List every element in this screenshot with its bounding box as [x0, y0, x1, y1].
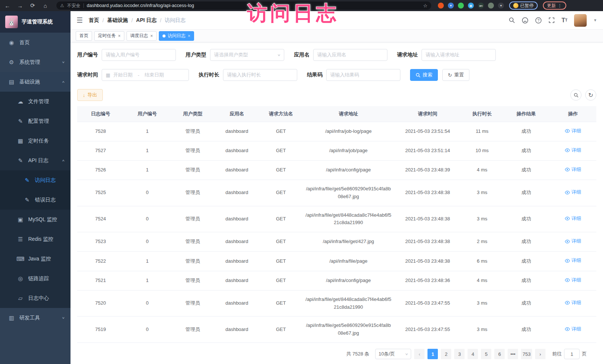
user-id-input[interactable]: 请输入用户编号	[102, 49, 176, 61]
sidebar-item-13[interactable]: ▱日志中心	[0, 288, 71, 308]
request-time-range-picker[interactable]: ▦ 开始日期 - 结束日期	[102, 69, 189, 81]
sidebar-item-2[interactable]: ▤基础设施∧	[0, 72, 71, 92]
extension-ubuntu-icon[interactable]	[438, 3, 444, 9]
sidebar-item-12[interactable]: ◎链路追踪	[0, 269, 71, 288]
page-button-3[interactable]: 3	[454, 349, 465, 359]
gear-icon: ⚙	[7, 59, 16, 66]
fullscreen-icon[interactable]	[548, 17, 555, 23]
request-url-input[interactable]: 请输入请求地址	[422, 49, 496, 61]
tab-close-icon[interactable]: ×	[118, 34, 121, 38]
detail-link[interactable]: 详细	[565, 276, 581, 284]
reload-icon[interactable]: ⟳	[29, 2, 36, 9]
column-header: 请求时间	[394, 106, 461, 122]
sidebar-item-4[interactable]: ✎配置管理	[0, 111, 71, 131]
logo-image: 🐰	[5, 16, 18, 28]
detail-link[interactable]: 详细	[565, 147, 581, 154]
log-center-icon: ▱	[16, 295, 24, 302]
tab-close-icon[interactable]: ×	[150, 34, 153, 38]
tab-定时任务[interactable]: 定时任务×	[94, 31, 124, 41]
cell-url: /api/infra/job-log/page	[303, 122, 394, 141]
sidebar-item-1[interactable]: ⚙系统管理∨	[0, 52, 71, 72]
back-icon[interactable]: ←	[4, 3, 11, 9]
page-button-4[interactable]: 4	[468, 349, 478, 359]
app-logo[interactable]: 🐰 芋道管理系统	[0, 11, 71, 33]
extension-wechat-icon[interactable]	[458, 3, 464, 9]
user-avatar[interactable]	[574, 14, 587, 27]
result-code-input[interactable]: 请输入结果码	[326, 69, 400, 81]
extension-android-icon[interactable]: an	[478, 3, 484, 9]
tab-首页[interactable]: 首页	[76, 31, 92, 41]
address-bar[interactable]: ⚠ 不安全 dashboard.yudao.iocoder.cn/infra/l…	[56, 1, 431, 10]
tab-调度日志[interactable]: 调度日志×	[127, 31, 157, 41]
cell-userType: 管理员	[171, 180, 215, 206]
detail-link[interactable]: 详细	[565, 299, 581, 307]
page-size-select[interactable]: 10条/页 ∨	[375, 349, 411, 359]
detail-link[interactable]: 详细	[565, 127, 581, 135]
tab-close-icon[interactable]: ×	[188, 34, 190, 38]
breadcrumb-item[interactable]: 基础设施	[107, 17, 128, 24]
search-icon[interactable]	[509, 17, 515, 23]
sidebar-item-3[interactable]: ☁文件管理	[0, 92, 71, 111]
search-button[interactable]: 搜索	[410, 69, 438, 81]
pin-icon[interactable]: ✦	[498, 3, 504, 9]
page-button-1[interactable]: 1	[427, 349, 438, 359]
extension-cube-icon[interactable]: ▦	[468, 3, 474, 9]
hamburger-icon[interactable]: ☰	[76, 16, 83, 24]
sidebar-item-6[interactable]: ✎API 日志∧	[0, 151, 71, 170]
sidebar-item-8[interactable]: ✎错误日志	[0, 190, 71, 210]
sidebar-item-14[interactable]: ▥研发工具∨	[0, 308, 71, 328]
sidebar-item-0[interactable]: ◉首页	[0, 33, 71, 52]
cell-result: 成功	[503, 206, 550, 232]
github-icon[interactable]	[522, 17, 528, 24]
export-button[interactable]: ↓ 导出	[77, 89, 103, 101]
calendar-icon: ▦	[106, 72, 110, 78]
toggle-search-button[interactable]	[570, 89, 581, 101]
goto-page-input[interactable]	[564, 349, 580, 359]
home-icon[interactable]: ⌂	[42, 3, 49, 9]
cell-id: 7523	[77, 232, 124, 252]
detail-link[interactable]: 详细	[565, 166, 581, 174]
extension-shield-icon[interactable]: ▼	[448, 3, 454, 9]
extension-script-icon[interactable]	[488, 3, 494, 9]
detail-link[interactable]: 详细	[565, 237, 581, 245]
browser-menu-icon[interactable]: ⋮	[558, 3, 562, 8]
help-icon[interactable]: ?	[535, 17, 542, 24]
column-header: 操作结果	[503, 106, 550, 122]
page-button-6[interactable]: 6	[494, 349, 505, 359]
bookmark-star-icon[interactable]: ☆	[423, 3, 427, 9]
breadcrumb-item[interactable]: 首页	[89, 17, 99, 24]
cell-app: dashboard	[215, 317, 259, 343]
page-button-753[interactable]: 753	[521, 349, 532, 359]
breadcrumb-item[interactable]: API 日志	[136, 17, 157, 24]
refresh-table-button[interactable]: ↻	[585, 89, 596, 101]
detail-link-label: 详细	[571, 188, 581, 196]
detail-link[interactable]: 详细	[565, 325, 581, 333]
prev-page-button[interactable]: ‹	[414, 349, 425, 359]
reset-button[interactable]: ↻ 重置	[442, 69, 469, 81]
sidebar-item-11[interactable]: ⌨Java 监控	[0, 249, 71, 269]
sidebar-item-7[interactable]: ✎访问日志	[0, 170, 71, 190]
detail-link[interactable]: 详细	[565, 257, 581, 265]
avatar-caret-icon[interactable]: ▼	[593, 18, 597, 22]
sidebar-item-9[interactable]: ▣MySQL 监控	[0, 210, 71, 229]
cell-duration: 11 ms	[461, 122, 503, 141]
page-button-2[interactable]: 2	[441, 349, 451, 359]
sidebar-item-5[interactable]: ▦定时任务	[0, 131, 71, 151]
cell-app: dashboard	[215, 141, 259, 160]
page-button-5[interactable]: 5	[481, 349, 491, 359]
tab-访问日志[interactable]: 访问日志×	[159, 31, 194, 41]
page-ellipsis[interactable]: •••	[508, 349, 518, 359]
cell-time: 2021-05-03 23:48:38	[394, 252, 461, 271]
sidebar-item-10[interactable]: ☰Redis 监控	[0, 229, 71, 249]
detail-link[interactable]: 详细	[565, 215, 581, 223]
user-type-select[interactable]: 请选择用户类型 ∨	[210, 49, 284, 61]
duration-input[interactable]: 请输入执行时长	[223, 69, 297, 81]
forward-icon[interactable]: →	[16, 3, 24, 9]
app-name-input[interactable]: 请输入应用名	[313, 49, 387, 61]
detail-link[interactable]: 详细	[565, 188, 581, 196]
font-size-icon[interactable]: TT	[561, 17, 567, 24]
breadcrumb-separator: /	[102, 17, 104, 23]
update-button[interactable]: 更新 ⋮	[543, 1, 566, 10]
next-page-button[interactable]: ›	[535, 349, 545, 359]
paused-badge[interactable]: 已暂停	[509, 1, 538, 10]
